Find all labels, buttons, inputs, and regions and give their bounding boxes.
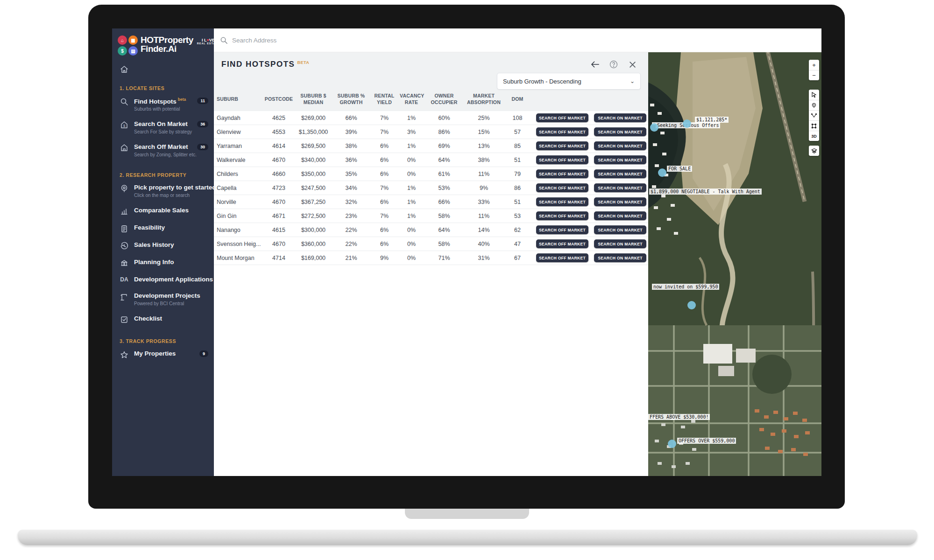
cell-dom: 67 <box>502 255 532 261</box>
map-area-select-button[interactable] <box>809 120 819 131</box>
search-on-market-button[interactable]: SEARCH ON MARKET <box>594 155 646 164</box>
sidebar-item-search-on-market[interactable]: $ Search On Market Search For Sale by st… <box>112 116 214 139</box>
table-row[interactable]: Gayndah 4625 $269,000 66% 7% 1% 60% 25% … <box>214 111 648 125</box>
map-marker-dot[interactable] <box>687 301 696 309</box>
cell-growth: 34% <box>333 185 369 191</box>
table-row[interactable]: Nanango 4615 $300,000 22% 6% 0% 64% 14% … <box>214 223 648 237</box>
checklist-label: Checklist <box>134 315 162 323</box>
development-applications-label: Development Applications <box>134 276 213 284</box>
search-off-market-button[interactable]: SEARCH OFF MARKET <box>536 141 588 150</box>
search-on-market-button[interactable]: SEARCH ON MARKET <box>594 141 646 150</box>
map-select-cursor-button[interactable] <box>809 90 819 100</box>
map-price-label[interactable]: FFERS ABOVE $530,000! <box>648 414 710 420</box>
map-marker-dot[interactable] <box>668 440 676 448</box>
col-header-market-absorption[interactable]: MARKETABSORPTION <box>465 92 502 105</box>
sidebar-item-sales-history[interactable]: Sales History <box>112 237 214 254</box>
search-on-market-button[interactable]: SEARCH ON MARKET <box>594 211 646 220</box>
search-off-market-button[interactable]: SEARCH OFF MARKET <box>536 113 588 122</box>
map-measure-button[interactable] <box>809 110 819 120</box>
sidebar-item-home[interactable] <box>120 65 130 75</box>
cell-rental-yield: 9% <box>369 255 400 261</box>
col-header-suburb-median[interactable]: SUBURB $MEDIAN <box>293 92 333 105</box>
sidebar-item-planning-info[interactable]: Planning Info <box>112 254 214 272</box>
sidebar-item-development-applications[interactable]: DA Development Applications <box>112 272 214 288</box>
table-row[interactable]: Glenview 4553 $1,350,000 39% 7% 3% 86% 1… <box>214 125 648 139</box>
col-header-rental-yield[interactable]: RENTALYIELD <box>369 92 400 105</box>
search-off-market-button[interactable]: SEARCH OFF MARKET <box>536 225 588 234</box>
map-zoom-out-button[interactable]: − <box>809 70 819 80</box>
clipboard-icon <box>120 224 129 233</box>
col-header-suburb-growth[interactable]: SUBURB %GROWTH <box>333 92 369 105</box>
search-on-market-button[interactable]: SEARCH ON MARKET <box>594 197 646 206</box>
col-header-owner-occupier[interactable]: OWNEROCCUPIER <box>423 92 465 105</box>
search-off-market-button[interactable]: SEARCH OFF MARKET <box>536 197 588 206</box>
map-zoom-in-button[interactable]: + <box>809 60 819 70</box>
col-header-postcode[interactable]: POSTCODE <box>264 96 293 102</box>
search-off-market-button[interactable]: SEARCH OFF MARKET <box>536 253 588 262</box>
satellite-map[interactable]: $1,121,285* Seeking Serious Offers FOR S… <box>648 52 821 476</box>
search-on-market-button[interactable]: SEARCH ON MARKET <box>594 225 646 234</box>
panel-beta-tag: BETA <box>297 60 309 65</box>
sidebar-item-search-off-market[interactable]: Search Off Market Search by Zoning, Spli… <box>112 139 214 162</box>
search-off-market-subtitle: Search by Zoning, Splitter etc. <box>134 152 197 158</box>
sidebar-item-find-hotspots[interactable]: Find Hotspotsbeta Suburbs with potential… <box>112 93 214 116</box>
sort-dropdown[interactable]: Suburb Growth - Descending ⌄ <box>497 73 641 90</box>
table-row[interactable]: Norville 4670 $367,250 32% 6% 1% 66% 33%… <box>214 195 648 209</box>
map-3d-toggle-button[interactable]: 3D <box>809 131 819 141</box>
pick-property-label: Pick property to get started <box>134 184 216 192</box>
sidebar-item-development-projects[interactable]: Development Projects Powered by BCI Cent… <box>112 288 214 311</box>
col-header-suburb[interactable]: SUBURB <box>217 96 264 102</box>
sidebar-item-checklist[interactable]: Checklist <box>112 311 214 328</box>
close-icon[interactable] <box>628 60 637 69</box>
search-off-market-button[interactable]: SEARCH OFF MARKET <box>536 169 588 178</box>
col-header-dom[interactable]: DOM <box>502 96 532 102</box>
search-on-market-button[interactable]: SEARCH ON MARKET <box>594 113 646 122</box>
back-arrow-icon[interactable] <box>590 60 600 69</box>
map-price-label[interactable]: now invited on $599,950 <box>652 284 719 290</box>
map-marker-dot[interactable] <box>683 119 691 128</box>
search-off-market-label: Search Off Market <box>134 143 197 151</box>
help-icon[interactable] <box>609 60 618 69</box>
col-header-vacancy-rate[interactable]: VACANCYRATE <box>400 92 423 105</box>
search-on-market-button[interactable]: SEARCH ON MARKET <box>594 127 646 136</box>
search-off-market-button[interactable]: SEARCH OFF MARKET <box>536 239 588 248</box>
search-on-market-button[interactable]: SEARCH ON MARKET <box>594 253 646 262</box>
table-row[interactable]: Svensson Heig... 4670 $360,000 22% 6% 0%… <box>214 237 648 251</box>
sidebar-item-comparable-sales[interactable]: Comparable Sales <box>112 203 214 220</box>
logo-building-icon: ▤ <box>128 46 138 56</box>
search-address-input[interactable] <box>232 37 512 44</box>
map-marker-dot[interactable] <box>658 168 666 177</box>
search-on-market-button[interactable]: SEARCH ON MARKET <box>594 169 646 178</box>
find-hotspots-label: Find Hotspots <box>134 98 177 105</box>
location-pin-icon <box>120 184 129 193</box>
cell-vacancy-rate: 0% <box>400 227 423 233</box>
table-row[interactable]: Gin Gin 4671 $272,500 23% 7% 1% 58% 11% … <box>214 209 648 223</box>
cell-dom: 57 <box>502 129 532 135</box>
map-price-label[interactable]: OFFERS OVER $559,000 <box>677 438 736 444</box>
table-row[interactable]: Yarraman 4614 $269,500 38% 6% 1% 69% 13%… <box>214 139 648 153</box>
cell-growth: 22% <box>333 227 369 233</box>
search-on-market-button[interactable]: SEARCH ON MARKET <box>594 239 646 248</box>
section-track-progress: 3. TRACK PROGRESS <box>120 338 214 344</box>
search-off-market-button[interactable]: SEARCH OFF MARKET <box>536 155 588 164</box>
table-row[interactable]: Mount Morgan 4714 $169,000 21% 9% 0% 71%… <box>214 251 648 265</box>
sidebar-item-pick-property[interactable]: Pick property to get started Click on th… <box>112 180 214 203</box>
map-marker-dot[interactable] <box>650 123 658 132</box>
map-add-pin-button[interactable] <box>809 100 819 110</box>
table-row[interactable]: Capella 4723 $247,500 34% 7% 1% 53% 9% 8… <box>214 181 648 195</box>
search-on-market-button[interactable]: SEARCH ON MARKET <box>594 183 646 192</box>
ilre-badge: I L♥VE REAL ESTATE <box>197 38 219 45</box>
map-layers-button[interactable] <box>809 146 819 156</box>
map-price-label[interactable]: $1,899,000 NEGOTIABLE - Talk With Agent <box>649 189 762 195</box>
search-off-market-button[interactable]: SEARCH OFF MARKET <box>536 127 588 136</box>
brand-name-line2: Finder.Ai <box>141 44 193 53</box>
sidebar-item-my-properties[interactable]: My Properties 9 <box>112 346 214 363</box>
search-off-market-button[interactable]: SEARCH OFF MARKET <box>536 211 588 220</box>
pin-plus-icon <box>811 103 817 108</box>
search-off-market-button[interactable]: SEARCH OFF MARKET <box>536 183 588 192</box>
map-price-label[interactable]: FOR SALE <box>667 166 692 172</box>
table-row[interactable]: Walkervale 4670 $340,000 36% 6% 0% 64% 3… <box>214 153 648 167</box>
sidebar-item-feasibility[interactable]: Feasibility <box>112 220 214 237</box>
table-row[interactable]: Childers 4660 $350,000 35% 6% 0% 61% 11%… <box>214 167 648 181</box>
find-hotspots-subtitle: Suburbs with potential <box>134 106 186 112</box>
